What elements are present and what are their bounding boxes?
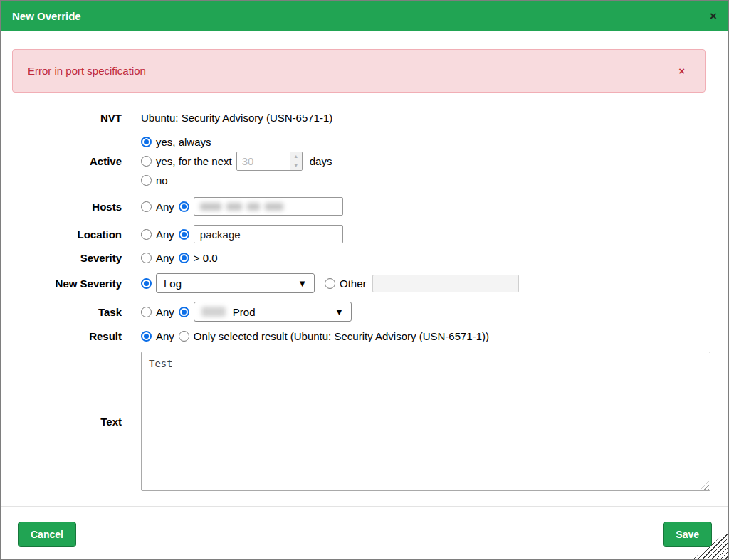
active-days-stepper: ▲ ▼	[236, 152, 303, 171]
severity-row: Severity Any > 0.0	[1, 252, 717, 264]
location-any-label: Any	[156, 228, 174, 241]
active-yes-always-radio[interactable]	[141, 137, 152, 147]
severity-any-radio[interactable]	[141, 253, 152, 263]
active-days-suffix: days	[310, 155, 332, 167]
result-label: Result	[1, 330, 122, 342]
new-severity-select[interactable]: Log ▼	[156, 273, 315, 293]
redacted-value	[201, 307, 226, 317]
alert-dismiss-icon[interactable]: ×	[678, 65, 685, 77]
chevron-down-icon: ▼	[298, 278, 307, 289]
new-severity-label: New Severity	[1, 278, 122, 290]
active-yes-always-label: yes, always	[156, 136, 211, 148]
hosts-row: Hosts Any	[1, 197, 717, 216]
cancel-button[interactable]: Cancel	[18, 522, 76, 547]
new-severity-other-label: Other	[340, 278, 367, 290]
new-severity-row: New Severity Log ▼ Other	[1, 273, 717, 293]
dialog-body: Error in port specification × NVT Ubuntu…	[1, 31, 728, 506]
hosts-label: Hosts	[1, 201, 122, 213]
task-any-label: Any	[156, 306, 174, 318]
hosts-any-label: Any	[156, 201, 174, 213]
location-custom-radio[interactable]	[179, 229, 189, 240]
redacted-value	[247, 203, 260, 211]
hosts-any-radio[interactable]	[141, 201, 152, 212]
task-select[interactable]: Prod ▼	[194, 302, 352, 322]
stepper-arrows: ▲ ▼	[290, 152, 302, 170]
active-no-label: no	[156, 174, 168, 186]
text-label: Text	[1, 416, 122, 428]
location-label: Location	[1, 228, 122, 241]
active-row: Active yes, always yes, for the next ▲ ▼	[1, 133, 717, 189]
dialog-footer: Cancel Save	[1, 506, 728, 559]
text-textarea[interactable]: Test	[141, 352, 710, 491]
nvt-value: Ubuntu: Security Advisory (USN-6571-1)	[141, 112, 332, 124]
result-row: Result Any Only selected result (Ubuntu:…	[1, 330, 717, 342]
severity-custom-radio[interactable]	[179, 253, 189, 263]
severity-custom-label: > 0.0	[194, 252, 218, 264]
nvt-label: NVT	[1, 112, 122, 124]
active-days-radio[interactable]	[141, 156, 152, 167]
active-no-radio[interactable]	[141, 175, 152, 186]
new-override-dialog: New Override × Error in port specificati…	[0, 0, 729, 560]
stepper-down-icon[interactable]: ▼	[290, 161, 302, 170]
result-only-radio[interactable]	[179, 331, 189, 342]
task-label: Task	[1, 306, 122, 318]
redacted-value	[200, 203, 221, 211]
other-severity-input[interactable]	[372, 275, 519, 292]
task-custom-radio[interactable]	[179, 307, 189, 317]
result-only-label: Only selected result (Ubuntu: Security A…	[194, 330, 489, 342]
severity-any-label: Any	[156, 252, 174, 264]
task-selected-value: Prod	[233, 306, 256, 318]
new-severity-selected-value: Log	[164, 278, 182, 290]
new-severity-radio[interactable]	[141, 278, 152, 289]
nvt-row: NVT Ubuntu: Security Advisory (USN-6571-…	[1, 112, 717, 124]
new-severity-other-radio[interactable]	[325, 278, 335, 289]
chevron-down-icon: ▼	[335, 307, 344, 317]
stepper-up-icon[interactable]: ▲	[290, 152, 302, 162]
text-row: Text Test	[1, 352, 717, 491]
result-any-radio[interactable]	[141, 331, 152, 342]
redacted-value	[265, 203, 283, 211]
error-alert: Error in port specification ×	[12, 49, 706, 93]
dialog-title: New Override	[12, 10, 81, 22]
location-input[interactable]	[194, 225, 343, 243]
close-icon[interactable]: ×	[710, 10, 717, 22]
location-any-radio[interactable]	[141, 229, 152, 240]
active-label: Active	[1, 155, 122, 167]
redacted-value	[226, 203, 242, 211]
dialog-header: New Override ×	[1, 1, 728, 31]
result-any-label: Any	[156, 330, 174, 342]
active-days-input[interactable]	[237, 152, 290, 170]
hosts-input[interactable]	[194, 197, 343, 216]
hosts-custom-radio[interactable]	[179, 201, 189, 212]
task-any-radio[interactable]	[141, 307, 152, 317]
task-row: Task Any Prod ▼	[1, 302, 717, 322]
location-row: Location Any	[1, 225, 717, 243]
save-button[interactable]: Save	[663, 522, 712, 547]
error-alert-message: Error in port specification	[28, 65, 146, 77]
severity-label: Severity	[1, 252, 122, 264]
active-days-label: yes, for the next	[156, 155, 232, 167]
